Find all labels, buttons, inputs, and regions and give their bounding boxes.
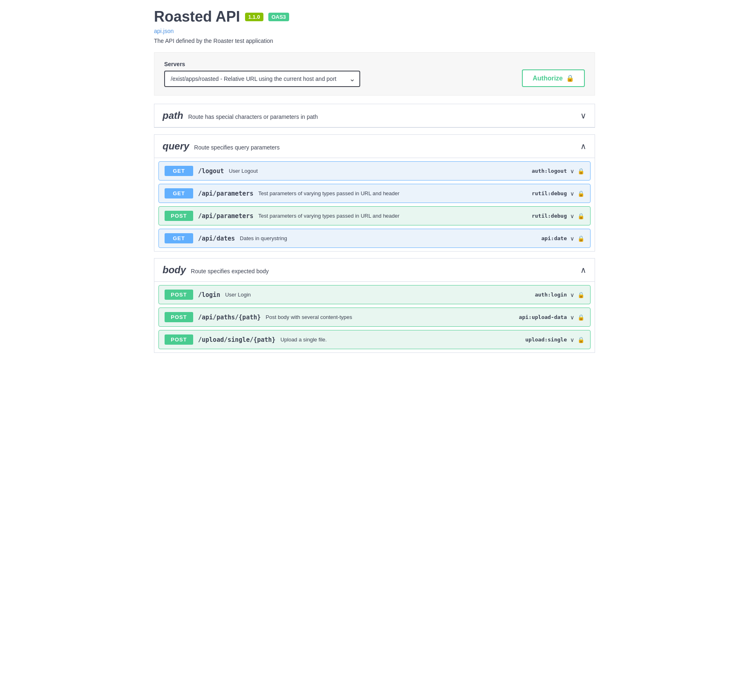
servers-select-wrapper: /exist/apps/roasted - Relative URL using… xyxy=(164,71,360,87)
endpoint-lock-icon: 🔒 xyxy=(577,314,584,321)
api-json-link[interactable]: api.json xyxy=(154,28,595,34)
endpoint-tag: auth:login xyxy=(535,292,567,298)
servers-dropdown[interactable]: /exist/apps/roasted - Relative URL using… xyxy=(164,71,360,87)
endpoint-lock-icon: 🔒 xyxy=(577,168,584,174)
endpoint-expand-icon: ∨ xyxy=(570,190,574,197)
endpoint-tag: api:date xyxy=(541,235,567,241)
section-name-query: query xyxy=(163,140,189,152)
endpoint-path: /api/parameters xyxy=(198,212,253,220)
endpoint-row[interactable]: POST /api/parameters Test parameters of … xyxy=(158,206,591,225)
version-badge: 1.1.0 xyxy=(245,13,263,21)
oas-badge: OAS3 xyxy=(268,13,289,21)
section-header-query[interactable]: query Route specifies query parameters ∧ xyxy=(154,135,595,158)
chevron-icon-path: ∨ xyxy=(580,111,586,120)
section-header-body[interactable]: body Route specifies expected body ∧ xyxy=(154,259,595,282)
api-header: Roasted API 1.1.0 OAS3 api.json The API … xyxy=(154,8,595,44)
section-name-body: body xyxy=(163,264,186,276)
endpoint-right: api:date ∨ 🔒 xyxy=(541,235,584,242)
section-header-left: path Route has special characters or par… xyxy=(163,110,318,121)
section-query: query Route specifies query parameters ∧… xyxy=(154,134,595,252)
section-header-left: body Route specifies expected body xyxy=(163,264,269,276)
endpoint-summary: User Logout xyxy=(229,168,527,174)
method-badge-get: GET xyxy=(165,166,193,176)
authorize-label: Authorize xyxy=(533,75,563,82)
lock-icon: 🔒 xyxy=(566,74,574,82)
endpoint-summary: Test parameters of varying types passed … xyxy=(258,190,526,196)
api-title: Roasted API xyxy=(154,8,240,25)
authorize-button[interactable]: Authorize 🔒 xyxy=(522,69,585,87)
endpoint-tag: auth:logout xyxy=(532,168,567,174)
endpoint-row[interactable]: POST /login User Login auth:login ∨ 🔒 xyxy=(158,285,591,304)
endpoint-tag: api:upload-data xyxy=(519,314,567,320)
endpoint-lock-icon: 🔒 xyxy=(577,235,584,242)
endpoint-right: rutil:debug ∨ 🔒 xyxy=(532,190,584,197)
servers-section: Servers /exist/apps/roasted - Relative U… xyxy=(154,52,595,96)
endpoint-expand-icon: ∨ xyxy=(570,235,574,242)
section-header-left: query Route specifies query parameters xyxy=(163,140,280,152)
method-badge-post: POST xyxy=(165,290,193,300)
api-description: The API defined by the Roaster test appl… xyxy=(154,38,595,44)
endpoint-tag: rutil:debug xyxy=(532,213,567,219)
endpoint-summary: Dates in querystring xyxy=(240,235,536,241)
endpoint-expand-icon: ∨ xyxy=(570,292,574,298)
endpoint-summary: User Login xyxy=(225,292,530,298)
endpoint-right: auth:logout ∨ 🔒 xyxy=(532,168,584,174)
endpoint-expand-icon: ∨ xyxy=(570,337,574,343)
endpoint-lock-icon: 🔒 xyxy=(577,190,584,197)
method-badge-post: POST xyxy=(165,312,193,322)
endpoint-row[interactable]: GET /api/parameters Test parameters of v… xyxy=(158,184,591,203)
endpoint-summary: Test parameters of varying types passed … xyxy=(258,213,526,219)
endpoint-row[interactable]: POST /upload/single/{path} Upload a sing… xyxy=(158,330,591,349)
section-name-path: path xyxy=(163,110,183,121)
endpoint-lock-icon: 🔒 xyxy=(577,213,584,219)
endpoint-path: /api/parameters xyxy=(198,190,253,197)
endpoint-row[interactable]: GET /api/dates Dates in querystring api:… xyxy=(158,229,591,248)
method-badge-get: GET xyxy=(165,188,193,198)
endpoint-row[interactable]: GET /logout User Logout auth:logout ∨ 🔒 xyxy=(158,161,591,181)
endpoint-tag: upload:single xyxy=(525,337,567,343)
section-desc-query: Route specifies query parameters xyxy=(194,144,279,151)
endpoint-right: upload:single ∨ 🔒 xyxy=(525,337,584,343)
endpoint-expand-icon: ∨ xyxy=(570,168,574,174)
page-wrapper: Roasted API 1.1.0 OAS3 api.json The API … xyxy=(142,0,607,368)
method-badge-post: POST xyxy=(165,334,193,345)
endpoint-row[interactable]: POST /api/paths/{path} Post body with se… xyxy=(158,308,591,327)
endpoint-summary: Upload a single file. xyxy=(281,337,521,343)
section-body: body Route specifies expected body ∧ POS… xyxy=(154,258,595,353)
endpoint-expand-icon: ∨ xyxy=(570,213,574,219)
endpoint-path: /api/dates xyxy=(198,235,235,242)
servers-label: Servers xyxy=(164,61,360,67)
chevron-icon-query: ∧ xyxy=(580,141,586,151)
method-badge-get: GET xyxy=(165,233,193,243)
section-desc-body: Route specifies expected body xyxy=(191,268,269,274)
endpoint-lock-icon: 🔒 xyxy=(577,292,584,298)
servers-left: Servers /exist/apps/roasted - Relative U… xyxy=(164,61,360,87)
endpoint-path: /login xyxy=(198,291,220,299)
chevron-icon-body: ∧ xyxy=(580,265,586,275)
section-body-body: POST /login User Login auth:login ∨ 🔒 PO… xyxy=(154,285,595,349)
endpoint-right: auth:login ∨ 🔒 xyxy=(535,292,584,298)
endpoint-tag: rutil:debug xyxy=(532,190,567,196)
endpoint-right: api:upload-data ∨ 🔒 xyxy=(519,314,584,321)
endpoint-lock-icon: 🔒 xyxy=(577,337,584,343)
section-desc-path: Route has special characters or paramete… xyxy=(188,114,318,120)
endpoint-summary: Post body with several content-types xyxy=(266,314,514,320)
endpoint-expand-icon: ∨ xyxy=(570,314,574,321)
endpoint-path: /api/paths/{path} xyxy=(198,314,261,321)
section-header-path[interactable]: path Route has special characters or par… xyxy=(154,104,595,127)
endpoint-path: /logout xyxy=(198,167,224,175)
endpoint-right: rutil:debug ∨ 🔒 xyxy=(532,213,584,219)
endpoint-path: /upload/single/{path} xyxy=(198,336,276,343)
sections-container: path Route has special characters or par… xyxy=(154,104,595,353)
section-body-query: GET /logout User Logout auth:logout ∨ 🔒 … xyxy=(154,161,595,248)
method-badge-post: POST xyxy=(165,211,193,221)
api-title-row: Roasted API 1.1.0 OAS3 xyxy=(154,8,595,25)
section-path: path Route has special characters or par… xyxy=(154,104,595,128)
